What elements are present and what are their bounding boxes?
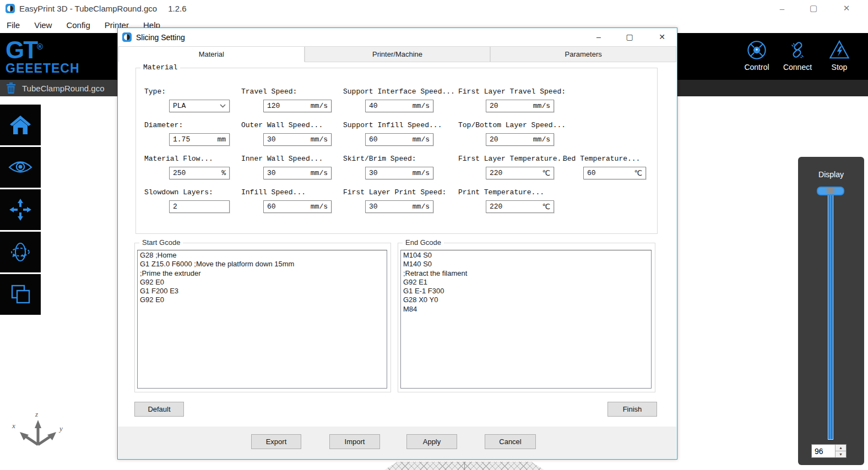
material-flow-input[interactable]: 250%	[169, 167, 230, 179]
window-titlebar: EasyPrint 3D - TubeClampRound.gco 1.2.6	[0, 0, 868, 17]
start-gcode-textarea[interactable]: G28 ;Home G1 Z15.0 F6000 ;Move the platf…	[137, 250, 387, 389]
field-first-layer-print-speed: First Layer Print Speed: 30mm/s	[343, 188, 446, 213]
window-minimize-button[interactable]: –	[769, 0, 795, 17]
field-label: First Layer Print Speed:	[343, 188, 446, 196]
field-material-flow: Material Flow... 250%	[144, 155, 230, 179]
spin-down-button[interactable]: ▼	[836, 451, 846, 457]
stop-button[interactable]: Stop	[820, 40, 859, 72]
window-close-button[interactable]: ✕	[834, 0, 859, 17]
field-label: Outer Wall Speed...	[241, 121, 332, 129]
field-first-layer-temperature: First Layer Temperature.. 220℃	[458, 155, 566, 179]
field-first-layer-travel-speed: First Layer Travel Speed: 20mm/s	[458, 88, 566, 112]
inner-wall-speed-input[interactable]: 30mm/s	[263, 167, 332, 179]
material-type-select[interactable]: PLA	[169, 100, 230, 112]
tab-parameters[interactable]: Parameters	[490, 46, 676, 62]
export-button[interactable]: Export	[251, 434, 301, 449]
end-gcode-group: End Gcode M104 S0 M140 S0 ;Retract the f…	[398, 243, 655, 392]
home-view-button[interactable]	[0, 105, 41, 145]
rotate-icon	[9, 241, 32, 264]
field-label: Infill Speed...	[241, 188, 332, 196]
field-label: Support Infill Speed...	[343, 121, 442, 129]
geeetech-logo: GT® GEEETECH	[6, 36, 80, 76]
control-icon	[746, 40, 767, 61]
dialog-minimize-button[interactable]: –	[589, 28, 608, 46]
end-gcode-textarea[interactable]: M104 S0 M140 S0 ;Retract the filament G9…	[400, 250, 652, 389]
connect-button[interactable]: Connect	[778, 40, 817, 72]
rotate-button[interactable]	[0, 232, 41, 272]
build-plate-grid	[384, 462, 544, 470]
menu-config[interactable]: Config	[66, 20, 90, 30]
first-layer-travel-speed-input[interactable]: 20mm/s	[486, 100, 554, 112]
top-bottom-layer-speed-input[interactable]: 20mm/s	[486, 133, 554, 146]
field-label: Travel Speed:	[241, 88, 332, 96]
display-value-input[interactable]	[812, 445, 835, 457]
dialog-title: Slicing Setting	[136, 33, 185, 42]
scale-icon	[9, 283, 32, 306]
display-value-spinner: ▲ ▼	[811, 444, 847, 458]
field-label: First Layer Temperature..	[458, 155, 566, 163]
cancel-button[interactable]: Cancel	[485, 434, 536, 449]
view-button[interactable]	[0, 147, 41, 188]
tab-printer-machine[interactable]: Printer/Machine	[305, 46, 491, 62]
file-tab-label: TubeClampRound.gco	[22, 84, 105, 93]
field-travel-speed: Travel Speed: 120mm/s	[241, 88, 332, 112]
slowdown-layers-input[interactable]: 2	[169, 200, 230, 213]
scale-button[interactable]	[0, 274, 41, 315]
trash-icon[interactable]	[6, 82, 17, 94]
window-maximize-button[interactable]: ▢	[801, 0, 826, 17]
field-label: Slowdown Layers:	[144, 188, 230, 196]
print-temperature-input[interactable]: 220℃	[486, 200, 554, 213]
first-layer-print-speed-input[interactable]: 30mm/s	[365, 200, 433, 213]
field-label: Inner Wall Speed...	[241, 155, 332, 163]
home-icon	[9, 114, 32, 135]
menu-view[interactable]: View	[34, 20, 52, 30]
support-interface-speed-input[interactable]: 40mm/s	[365, 100, 433, 112]
field-outer-wall-speed: Outer Wall Speed... 30mm/s	[241, 121, 332, 146]
dialog-button-strip: Export Import Apply Cancel	[118, 427, 676, 458]
dialog-close-button[interactable]: ✕	[653, 28, 671, 46]
finish-button[interactable]: Finish	[607, 402, 657, 417]
eye-icon	[8, 159, 33, 176]
move-button[interactable]	[0, 189, 41, 230]
control-button[interactable]: Control	[737, 40, 776, 72]
field-label: Print Temperature...	[458, 188, 554, 196]
svg-text:x: x	[12, 422, 15, 430]
window-title: EasyPrint 3D - TubeClampRound.gco	[19, 4, 157, 13]
field-print-temperature: Print Temperature... 220℃	[458, 188, 554, 213]
file-tab[interactable]: TubeClampRound.gco	[0, 80, 132, 96]
display-slider-handle[interactable]	[817, 187, 844, 195]
display-slider-track[interactable]	[828, 192, 833, 440]
field-inner-wall-speed: Inner Wall Speed... 30mm/s	[241, 155, 332, 179]
outer-wall-speed-input[interactable]: 30mm/s	[263, 133, 332, 146]
field-slowdown-layers: Slowdown Layers: 2	[144, 188, 230, 213]
end-gcode-label: End Gcode	[403, 238, 444, 247]
import-button[interactable]: Import	[329, 434, 380, 449]
display-panel: Display ▲ ▼	[798, 157, 864, 465]
support-infill-speed-input[interactable]: 60mm/s	[365, 133, 433, 146]
dialog-icon	[122, 32, 132, 42]
skirt-brim-speed-input[interactable]: 30mm/s	[365, 167, 433, 179]
tab-material[interactable]: Material	[118, 46, 305, 62]
diameter-input[interactable]: 1.75mm	[169, 133, 230, 146]
field-label: Material Flow...	[144, 155, 230, 163]
start-gcode-group: Start Gcode G28 ;Home G1 Z15.0 F6000 ;Mo…	[134, 243, 391, 392]
app-icon	[6, 4, 15, 13]
travel-speed-input[interactable]: 120mm/s	[263, 100, 332, 112]
default-button[interactable]: Default	[134, 402, 184, 417]
spin-up-button[interactable]: ▲	[836, 445, 846, 451]
dialog-maximize-button[interactable]: ▢	[620, 28, 639, 46]
bed-temperature-input[interactable]: 60℃	[583, 167, 646, 179]
apply-button[interactable]: Apply	[406, 434, 457, 449]
field-bed-temperature: Bed Temperature... 60℃	[563, 155, 646, 179]
svg-text:z: z	[35, 410, 38, 418]
field-label: Diameter:	[144, 121, 230, 129]
first-layer-temperature-input[interactable]: 220℃	[486, 167, 554, 179]
field-diameter: Diameter: 1.75mm	[144, 121, 230, 146]
svg-text:y: y	[58, 424, 63, 433]
menu-file[interactable]: File	[7, 20, 20, 30]
field-label: Bed Temperature...	[563, 155, 646, 163]
infill-speed-input[interactable]: 60mm/s	[263, 200, 332, 213]
display-label: Display	[798, 170, 864, 179]
chevron-down-icon	[220, 104, 226, 108]
move-icon	[9, 198, 32, 221]
